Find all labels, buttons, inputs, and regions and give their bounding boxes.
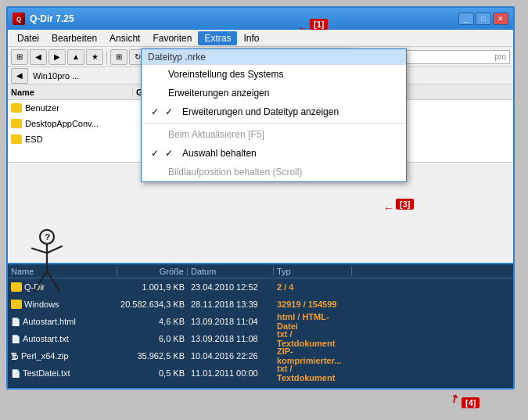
- sub-item-auswahl-behalten[interactable]: ✓ Auswahl behalten: [142, 144, 406, 163]
- sub-item-label: Bildlaufposition behalten (Scroll): [168, 167, 302, 178]
- sub-menu-title-text: Dateityp .nrke: [148, 52, 206, 63]
- svg-line-4: [47, 246, 63, 253]
- svg-line-5: [34, 271, 47, 292]
- bcell-name: 📄 Autostart.html: [8, 317, 117, 326]
- file-icon: 📄: [11, 369, 20, 378]
- bcell-type: txt / Textdokument: [274, 364, 352, 382]
- bcol-type: Typ: [274, 267, 352, 276]
- file-name-cell: ESD: [8, 135, 133, 144]
- file-name-text: TestDatei.txt: [23, 368, 70, 378]
- bcell-size: 4,6 KB: [117, 317, 188, 326]
- window-title: Q-Dir 7.25: [30, 13, 458, 24]
- close-button[interactable]: ✕: [493, 13, 508, 25]
- menu-bearbeiten[interactable]: Bearbeiten: [45, 31, 103, 45]
- annotation-3: [3]: [396, 199, 414, 210]
- bcell-date: 11.01.2011 00:00: [188, 368, 274, 378]
- folder-icon: [11, 282, 22, 292]
- file-name-text: Autostart.html: [23, 317, 76, 326]
- bottom-col-header: Name Größe Datum Typ: [8, 264, 513, 278]
- bcell-name: 🗜 Perl_x64.zip: [8, 351, 117, 361]
- sub-item-erweiterungen-dateityp[interactable]: ✓ Erweiterungen und Dateityp anzeigen: [142, 102, 406, 121]
- address-path: Win10pro ...: [30, 71, 82, 81]
- bcell-date: 28.11.2018 13:39: [188, 300, 274, 309]
- folder-icon: [11, 135, 22, 144]
- app-icon: Q: [13, 13, 25, 25]
- file-name-text: Autostart.txt: [23, 334, 69, 343]
- toolbar-btn-up[interactable]: ▲: [67, 49, 84, 65]
- sub-item-voreinstellung[interactable]: Voreinstellung des Systems: [142, 65, 406, 84]
- bcell-name: Windows: [8, 300, 117, 309]
- check-auswahl: ✓: [165, 148, 178, 159]
- arrow-4: ↗: [447, 391, 462, 407]
- menu-favoriten[interactable]: Favoriten: [146, 31, 198, 45]
- sub-menu-title: Dateityp .nrke: [142, 49, 406, 65]
- bcell-size: 1.001,9 KB: [117, 282, 188, 292]
- menu-datei[interactable]: Datei: [11, 31, 45, 45]
- toolbar-btn-back[interactable]: ◀: [30, 49, 47, 65]
- bcol-date: Datum: [188, 267, 274, 276]
- bcell-type: ZIP-komprimierter...: [274, 346, 352, 365]
- sub-item-beim-aktualisieren: Beim Aktualisieren [F5]: [142, 125, 406, 144]
- file-icon: 📄: [11, 318, 20, 326]
- table-row[interactable]: 🗜 Perl_x64.zip 35.962,5 KB 10.04.2016 22…: [8, 347, 513, 364]
- annotation-1: [1]: [310, 19, 328, 30]
- stick-figure: ?: [23, 228, 70, 299]
- title-buttons: _ □ ✕: [458, 13, 508, 25]
- bcell-type: 32919 / 154599: [274, 300, 352, 309]
- sub-item-erweiterungen-anzeigen[interactable]: Erweiterungen anzeigen: [142, 84, 406, 102]
- address-back-btn[interactable]: ◀: [11, 68, 28, 84]
- bcell-type: 2 / 4: [274, 282, 352, 292]
- sub-item-label: Voreinstellung des Systems: [168, 69, 283, 80]
- folder-icon: [11, 119, 22, 128]
- table-row[interactable]: 📄 Autostart.txt 6,0 KB 13.09.2018 11:08 …: [8, 330, 513, 347]
- arrow-3: ←: [383, 202, 394, 214]
- sub-item-label: Erweiterungen anzeigen: [168, 88, 269, 99]
- svg-text:?: ?: [45, 232, 50, 242]
- bcell-name: 📄 Autostart.txt: [8, 334, 117, 343]
- table-row[interactable]: Q-Dir 1.001,9 KB 23.04.2010 12:52 2 / 4: [8, 278, 513, 296]
- bcol-size: Größe: [117, 267, 188, 276]
- bcell-date: 13.09.2018 11:04: [188, 317, 274, 326]
- bcell-size: 0,5 KB: [117, 368, 188, 378]
- svg-line-6: [47, 271, 59, 292]
- bcell-size: 6,0 KB: [117, 334, 188, 343]
- table-row[interactable]: 📄 Autostart.html 4,6 KB 13.09.2018 11:04…: [8, 313, 513, 330]
- file-icon: 🗜: [11, 352, 19, 361]
- menu-info[interactable]: Info: [237, 31, 265, 45]
- table-row[interactable]: 📄 TestDatei.txt 0,5 KB 11.01.2011 00:00 …: [8, 364, 513, 382]
- bcell-type: html / HTML-Datei: [274, 312, 352, 331]
- bcell-size: 20.582.634,3 KB: [117, 300, 188, 309]
- main-window: Q Q-Dir 7.25 _ □ ✕ Datei Bearbeiten Ansi…: [6, 6, 515, 389]
- table-row[interactable]: Windows 20.582.634,3 KB 28.11.2018 13:39…: [8, 296, 513, 313]
- file-name-text: DesktopAppConv...: [25, 119, 99, 128]
- minimize-button[interactable]: _: [458, 13, 474, 25]
- arrow-1: ←: [297, 22, 308, 34]
- file-name-text: Windows: [24, 300, 59, 309]
- sub-item-bildlauf: Bildlaufposition behalten (Scroll): [142, 163, 406, 181]
- file-name-text: Benutzer: [25, 103, 59, 113]
- file-name-text: ESD: [25, 135, 43, 144]
- sub-dropdown-listenansicht: Dateityp .nrke Voreinstellung des System…: [141, 48, 407, 182]
- file-name-text: Perl_x64.zip: [21, 351, 69, 361]
- bcell-name: 📄 TestDatei.txt: [8, 368, 117, 378]
- toolbar-sep-1: [106, 51, 107, 63]
- annotation-4: [4]: [462, 397, 480, 408]
- check-erweiterungen-dateityp: ✓: [165, 106, 178, 117]
- bottom-file-list: Name Größe Datum Typ Q-Dir 1.001,9 KB 23…: [8, 263, 513, 388]
- sub-separator-1: [142, 123, 406, 124]
- folder-icon: [11, 300, 22, 309]
- sub-item-label: Auswahl behalten: [182, 148, 257, 159]
- sub-item-label: Beim Aktualisieren [F5]: [168, 129, 264, 140]
- menu-ansicht[interactable]: Ansicht: [103, 31, 146, 45]
- toolbar-btn-star[interactable]: ★: [86, 49, 103, 65]
- svg-line-3: [31, 248, 47, 253]
- folder-icon: [11, 103, 22, 113]
- maximize-button[interactable]: □: [476, 13, 491, 25]
- toolbar-btn-1[interactable]: ⊞: [11, 49, 28, 65]
- col-header-name[interactable]: Name: [8, 88, 133, 97]
- bcell-size: 35.962,5 KB: [117, 351, 188, 361]
- file-name-cell: Benutzer: [8, 103, 133, 113]
- toolbar-btn-grid[interactable]: ⊞: [110, 49, 128, 65]
- menu-extras[interactable]: Extras: [198, 31, 237, 45]
- toolbar-btn-forward[interactable]: ▶: [48, 49, 66, 65]
